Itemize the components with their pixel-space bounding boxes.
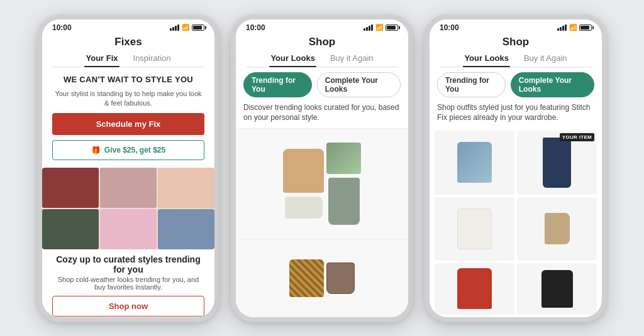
bag-shape (326, 263, 355, 294)
clothing-item-4 (42, 209, 99, 249)
app-title-1: Fixes (52, 36, 204, 48)
black-top-shape (541, 270, 573, 308)
tab-buy-again-2[interactable]: Buy it Again (329, 51, 375, 67)
clothing-item-3 (158, 168, 214, 208)
jacket-shape (457, 209, 492, 249)
tab-your-looks-2[interactable]: Your Looks (269, 51, 316, 67)
outfit-blouse[interactable] (435, 131, 514, 195)
phone-1: 10:00 📶 Fixes Your Fix Inspiration (37, 14, 219, 322)
phone-2: 10:00 📶 Shop Your Looks Buy it Again (231, 14, 413, 322)
clothing-item-2 (100, 168, 157, 208)
phone-3-content: Trending for You Complete Your Looks Sho… (430, 67, 602, 317)
time-3: 10:00 (440, 23, 459, 32)
sweater-shape (283, 149, 324, 193)
shop-description-3: Shop outfits styled just for you featuri… (430, 102, 602, 129)
jeans-shape (543, 138, 571, 188)
phone-2-content: Trending for You Complete Your Looks Dis… (236, 67, 408, 317)
phones-container: 10:00 📶 Fixes Your Fix Inspiration (25, 2, 619, 335)
outfit-card-1[interactable] (236, 128, 408, 239)
red-jacket-shape (457, 268, 492, 309)
battery-icon-3 (579, 24, 592, 31)
outfit-red-jacket[interactable] (435, 263, 514, 314)
app-header-3: Shop Your Looks Buy it Again (430, 33, 602, 67)
tab-your-looks-3[interactable]: Your Looks (463, 51, 510, 67)
phone-3: 10:00 📶 Shop Your Looks Buy it Again (425, 14, 607, 322)
bra-shape (326, 143, 361, 174)
outfit-grid-3: YOUR ITEM (430, 128, 602, 317)
outfit-items-2 (236, 240, 408, 317)
outfit-items-1 (236, 129, 408, 239)
tab-bar-3: Your Looks Buy it Again (440, 51, 592, 67)
status-bar-2: 10:00 📶 (236, 19, 408, 33)
boots-shape (545, 213, 570, 244)
clothes-image (42, 168, 214, 249)
tab-buy-again-3[interactable]: Buy it Again (523, 51, 569, 67)
app-header-2: Shop Your Looks Buy it Again (236, 33, 408, 67)
gift-icon: 🎁 (91, 146, 101, 154)
give-btn-label: Give $25, get $25 (104, 146, 165, 154)
outfit-grid-2 (236, 128, 408, 317)
outfit-jeans[interactable]: YOUR ITEM (517, 131, 597, 195)
clothing-item-5 (100, 209, 157, 249)
tab-inspiration[interactable]: Inspiration (132, 51, 172, 67)
battery-icon-1 (192, 24, 204, 31)
trending-section: Cozy up to curated styles trending for y… (42, 249, 214, 317)
give-button[interactable]: 🎁 Give $25, get $25 (52, 140, 204, 160)
filter-pills-2: Trending for You Complete Your Looks (236, 67, 408, 102)
battery-icon-2 (386, 24, 398, 31)
outfit-row-bottom2 (430, 263, 602, 317)
status-bar-1: 10:00 📶 (42, 19, 214, 33)
fix-content: WE CAN'T WAIT TO STYLE YOU Your stylist … (42, 67, 214, 168)
pill-complete-2[interactable]: Complete Your Looks (317, 72, 401, 97)
outfit-row-bottom (430, 197, 602, 264)
sneakers-shape (285, 197, 323, 219)
tab-bar-1: Your Fix Inspiration (52, 51, 204, 67)
signal-icon-1 (170, 24, 179, 31)
trending-subtext: Shop cold-weather looks trending for you… (52, 276, 204, 291)
app-title-3: Shop (440, 36, 592, 48)
leopard-top-shape (289, 259, 324, 297)
trending-title: Cozy up to curated styles trending for y… (52, 254, 204, 274)
wifi-icon-2: 📶 (375, 24, 383, 31)
time-1: 10:00 (52, 23, 72, 32)
fix-subtext: Your stylist is standing by to help make… (52, 89, 204, 109)
schedule-fix-button[interactable]: Schedule my Fix (52, 113, 204, 135)
clothing-item-1 (42, 168, 99, 208)
app-header-1: Fixes Your Fix Inspiration (42, 33, 214, 67)
tab-your-fix[interactable]: Your Fix (84, 51, 119, 67)
outfit-card-2[interactable] (236, 239, 408, 317)
phone-1-content: WE CAN'T WAIT TO STYLE YOU Your stylist … (42, 67, 214, 317)
shop-now-button[interactable]: Shop now (52, 296, 204, 317)
tab-bar-2: Your Looks Buy it Again (246, 51, 398, 67)
status-icons-3: 📶 (557, 24, 592, 31)
filter-pills-3: Trending for You Complete Your Looks (430, 67, 602, 102)
pill-complete-3[interactable]: Complete Your Looks (511, 72, 594, 97)
status-icons-2: 📶 (364, 24, 398, 31)
signal-icon-3 (557, 24, 567, 31)
outfit-row-top: YOUR ITEM (430, 128, 602, 197)
clothes-mosaic (42, 168, 214, 249)
time-2: 10:00 (246, 23, 265, 32)
fix-headline: WE CAN'T WAIT TO STYLE YOU (52, 75, 204, 84)
status-icons-1: 📶 (170, 24, 204, 31)
outfit-jacket[interactable] (435, 197, 514, 261)
status-bar-3: 10:00 📶 (430, 19, 602, 33)
pill-trending-3[interactable]: Trending for You (437, 72, 506, 97)
outfit-boots[interactable] (517, 197, 597, 261)
app-title-2: Shop (246, 36, 398, 48)
wifi-icon-3: 📶 (569, 24, 577, 31)
signal-icon-2 (364, 24, 373, 31)
pill-trending-2[interactable]: Trending for You (243, 72, 312, 97)
outfit-black-top[interactable] (517, 263, 597, 314)
wifi-icon-1: 📶 (182, 24, 189, 31)
clothing-item-6 (158, 209, 214, 249)
shop-description-2: Discover trending looks curated for you,… (236, 102, 408, 129)
blouse-shape (457, 142, 492, 183)
your-item-badge: YOUR ITEM (560, 133, 594, 141)
joggers-shape (328, 178, 360, 225)
